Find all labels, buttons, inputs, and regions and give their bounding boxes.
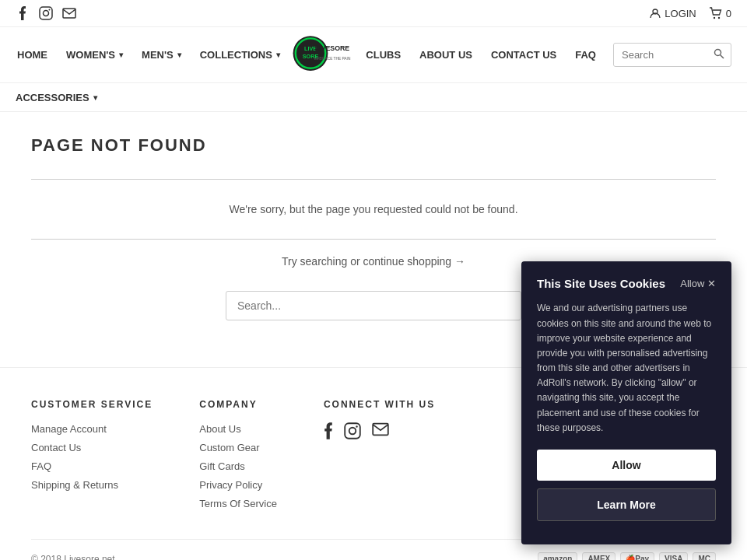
page-title: PAGE NOT FOUND <box>31 135 716 156</box>
cart-link[interactable]: 0 <box>709 7 731 19</box>
footer-link-shipping[interactable]: Shipping & Returns <box>31 479 118 491</box>
footer-facebook-icon[interactable] <box>324 422 333 443</box>
svg-text:EMBRACE THE PAIN: EMBRACE THE PAIN <box>314 56 351 60</box>
footer-instagram-icon[interactable] <box>344 422 361 443</box>
nav-womens[interactable]: WOMEN'S <box>65 30 124 80</box>
svg-point-6 <box>718 17 720 19</box>
logo[interactable]: LIVE SORE LIVESORE EMBRACE THE PAIN <box>292 32 354 79</box>
nav-left: HOME WOMEN'S MEN'S COLLECTIONS <box>16 30 282 80</box>
svg-point-5 <box>714 17 715 19</box>
cookie-banner: This Site Uses Cookies Allow ✕ We and ou… <box>521 261 731 544</box>
footer-link-about[interactable]: About Us <box>199 423 240 435</box>
list-item: Custom Gear <box>199 441 277 453</box>
copyright: © 2018 Livesore.net <box>31 554 115 561</box>
svg-point-13 <box>714 50 721 56</box>
instagram-icon[interactable] <box>39 6 53 20</box>
list-item: Terms Of Service <box>199 497 277 509</box>
footer-connect: CONNECT WITH US <box>324 399 435 516</box>
payment-apple-pay: 🍎Pay <box>620 552 654 560</box>
footer-connect-heading: CONNECT WITH US <box>324 399 435 410</box>
svg-point-2 <box>49 9 51 11</box>
list-item: Gift Cards <box>199 460 277 472</box>
nav-faq[interactable]: FAQ <box>573 30 598 80</box>
main-nav: HOME WOMEN'S MEN'S COLLECTIONS LIVE SORE… <box>0 27 747 83</box>
footer-link-custom-gear[interactable]: Custom Gear <box>199 442 259 453</box>
cookie-header: This Site Uses Cookies Allow ✕ <box>537 277 716 290</box>
facebook-icon[interactable] <box>16 6 30 20</box>
list-item: About Us <box>199 422 277 435</box>
error-message: We're sorry, but the page you requested … <box>31 187 716 231</box>
email-icon[interactable] <box>62 6 76 20</box>
nav-right: CLUBS ABOUT US CONTACT US FAQ <box>364 30 731 80</box>
footer-email-icon[interactable] <box>372 422 389 443</box>
svg-text:LIVESORE: LIVESORE <box>315 44 350 52</box>
search-box[interactable] <box>613 43 731 67</box>
footer-link-manage-account[interactable]: Manage Account <box>31 423 107 435</box>
footer-social-row <box>324 422 435 443</box>
nav-clubs[interactable]: CLUBS <box>364 30 402 80</box>
cookie-allow-x-link[interactable]: Allow ✕ <box>680 278 716 289</box>
svg-point-16 <box>349 428 356 435</box>
payment-amex: AMEX <box>582 552 615 560</box>
cookie-learn-more-button[interactable]: Learn More <box>537 488 716 521</box>
footer-link-privacy[interactable]: Privacy Policy <box>199 479 262 491</box>
nav-mens[interactable]: MEN'S <box>140 30 183 80</box>
list-item: FAQ <box>31 460 153 472</box>
svg-point-17 <box>356 425 357 427</box>
top-right: LOGIN 0 <box>650 7 731 19</box>
svg-rect-18 <box>373 424 388 436</box>
footer-company-links: About Us Custom Gear Gift Cards Privacy … <box>199 422 277 509</box>
payment-icons: amazon AMEX 🍎Pay VISA MC <box>538 552 716 560</box>
footer-link-contact-us[interactable]: Contact Us <box>31 442 81 453</box>
svg-rect-3 <box>63 9 75 18</box>
footer-cs-links: Manage Account Contact Us FAQ Shipping &… <box>31 422 153 491</box>
footer-link-gift-cards[interactable]: Gift Cards <box>199 460 245 472</box>
payment-visa: VISA <box>659 552 688 560</box>
svg-point-1 <box>44 11 49 16</box>
footer-company: COMPANY About Us Custom Gear Gift Cards … <box>199 399 277 516</box>
social-links <box>16 6 76 20</box>
main-search-input[interactable] <box>226 291 521 320</box>
list-item: Contact Us <box>31 441 153 453</box>
svg-line-14 <box>720 55 724 59</box>
nav-search-input[interactable] <box>614 44 707 65</box>
cookie-allow-button[interactable]: Allow <box>537 450 716 481</box>
list-item: Privacy Policy <box>199 478 277 491</box>
payment-amazon: amazon <box>538 552 577 560</box>
login-link[interactable]: LOGIN <box>650 8 696 19</box>
divider-bottom <box>31 239 716 240</box>
divider-top <box>31 179 716 180</box>
footer-link-tos[interactable]: Terms Of Service <box>199 498 277 509</box>
nav-search-button[interactable] <box>707 44 731 66</box>
payment-mc: MC <box>693 552 716 560</box>
footer-cs-heading: CUSTOMER SERVICE <box>31 399 153 410</box>
nav-about-us[interactable]: ABOUT US <box>418 30 474 80</box>
nav-contact-us[interactable]: CONTACT US <box>489 30 558 80</box>
accessories-bar: ACCESSORIES <box>0 83 747 112</box>
footer-customer-service: CUSTOMER SERVICE Manage Account Contact … <box>31 399 153 516</box>
svg-rect-0 <box>40 7 52 19</box>
svg-rect-15 <box>345 423 360 439</box>
nav-accessories[interactable]: ACCESSORIES <box>16 92 97 103</box>
list-item: Manage Account <box>31 422 153 435</box>
list-item: Shipping & Returns <box>31 478 153 491</box>
nav-home[interactable]: HOME <box>16 30 49 80</box>
cookie-title: This Site Uses Cookies <box>537 277 665 290</box>
footer-company-heading: COMPANY <box>199 399 277 410</box>
nav-collections[interactable]: COLLECTIONS <box>198 30 282 80</box>
top-bar: LOGIN 0 <box>0 0 747 27</box>
cookie-body: We and our advertising partners use cook… <box>537 301 716 436</box>
footer-link-faq[interactable]: FAQ <box>31 460 51 472</box>
